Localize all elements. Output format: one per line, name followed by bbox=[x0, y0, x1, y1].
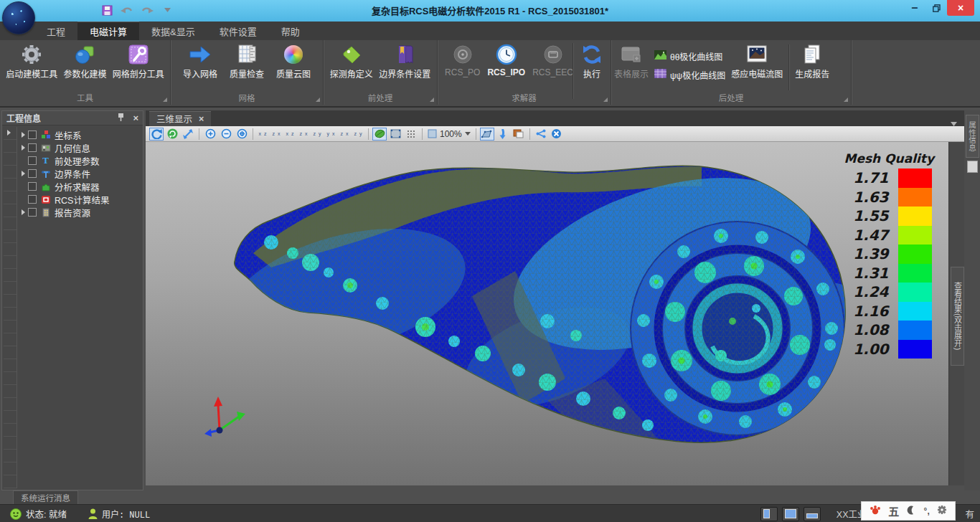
undo-icon[interactable] bbox=[119, 3, 135, 17]
pin-icon[interactable] bbox=[118, 113, 124, 123]
psi-curve-button[interactable]: ψψ极化曲线图 bbox=[654, 67, 725, 82]
maximize-button[interactable] bbox=[927, 0, 946, 16]
checkbox[interactable] bbox=[28, 156, 37, 165]
zoom-out-icon[interactable] bbox=[219, 128, 233, 141]
view-yz-icon[interactable]: y x bbox=[325, 128, 337, 140]
share-icon[interactable] bbox=[534, 128, 548, 141]
quality-check-button[interactable]: 质量检查 bbox=[230, 42, 264, 80]
points-mode-icon[interactable] bbox=[404, 128, 418, 141]
scrollbar-thumb[interactable] bbox=[967, 161, 978, 173]
select-faces-icon[interactable] bbox=[480, 128, 494, 141]
checkbox[interactable] bbox=[28, 169, 37, 178]
view-iso1-icon[interactable]: z x bbox=[339, 128, 351, 140]
ribbon-group-label: 工具 bbox=[0, 92, 170, 103]
view-results-tab[interactable]: 查看结果(双击展开) bbox=[951, 267, 964, 366]
layout-left-icon[interactable] bbox=[760, 507, 778, 521]
app-logo[interactable] bbox=[2, 1, 35, 34]
tree-item-rcs-results[interactable]: RCS计算结果 bbox=[18, 193, 143, 206]
solver-disabled-icon bbox=[542, 43, 565, 66]
probe-angle-button[interactable]: 探测角定义 bbox=[330, 42, 373, 80]
layout-bottom-icon[interactable] bbox=[804, 507, 821, 521]
tree-item-preprocess-params[interactable]: T 前处理参数 bbox=[18, 154, 143, 167]
close-button[interactable]: × bbox=[947, 0, 974, 16]
redo-icon[interactable] bbox=[139, 3, 155, 17]
panel-close-icon[interactable]: × bbox=[133, 113, 138, 123]
theta-curve-button[interactable]: θθ极化曲线图 bbox=[654, 48, 725, 64]
layout-full-icon[interactable] bbox=[782, 507, 799, 521]
view-zy-icon[interactable]: z y bbox=[311, 128, 324, 140]
mesh-partition-button[interactable]: 网格剖分工具 bbox=[113, 42, 164, 80]
boundary-settings-button[interactable]: 边界条件设置 bbox=[379, 42, 430, 80]
building-icon bbox=[40, 207, 51, 217]
rcs-result-icon bbox=[40, 194, 51, 204]
tree-item-boundary-conditions[interactable]: 边界条件 bbox=[18, 167, 143, 180]
induced-current-button[interactable]: 感应电磁流图 bbox=[731, 42, 783, 80]
launch-modeling-button[interactable]: 启动建模工具 bbox=[6, 42, 57, 80]
view-yx-icon[interactable]: z x bbox=[270, 128, 283, 140]
group-expand-icon[interactable] bbox=[603, 98, 608, 102]
import-mesh-button[interactable]: 导入网格 bbox=[183, 42, 217, 80]
menu-tab-em-compute[interactable]: 电磁计算 bbox=[77, 22, 139, 40]
tab-close-icon[interactable]: × bbox=[199, 114, 204, 124]
zoom-fit-icon[interactable] bbox=[235, 128, 249, 141]
rcs-po-button[interactable]: RCS_PO bbox=[445, 42, 480, 77]
legend-band bbox=[898, 207, 932, 226]
save-icon[interactable] bbox=[99, 3, 115, 17]
system-messages-tab[interactable]: 系统运行消息 bbox=[13, 490, 78, 504]
menu-tab-data-display[interactable]: 数据&显示 bbox=[139, 22, 207, 40]
zoom-level-select[interactable]: 100% bbox=[425, 129, 473, 139]
copy-view-icon[interactable] bbox=[512, 128, 526, 141]
group-expand-icon[interactable] bbox=[844, 98, 848, 102]
properties-panel-tab[interactable]: 属性信息 bbox=[966, 115, 979, 158]
ime-punctuation-icon[interactable]: °, bbox=[924, 506, 930, 516]
rcs-eec-button[interactable]: RCS_EEC bbox=[532, 42, 573, 77]
menu-tab-help[interactable]: 帮助 bbox=[269, 22, 312, 40]
execute-button[interactable]: 执行 bbox=[580, 42, 603, 80]
ime-logo-paw-icon[interactable] bbox=[870, 504, 881, 518]
table-view-button[interactable]: 表格展示 bbox=[614, 42, 649, 80]
group-expand-icon[interactable] bbox=[430, 98, 434, 102]
quality-cloud-button[interactable]: 质量云图 bbox=[276, 42, 311, 80]
3d-viewport-canvas[interactable]: Mesh Quality 1.71 1.63 1.55 1.47 1.39 1.… bbox=[146, 142, 948, 485]
geometry-icon bbox=[40, 143, 51, 153]
view-xy-icon[interactable]: x z bbox=[257, 128, 269, 140]
tab-3d-display[interactable]: 三维显示 × bbox=[149, 111, 211, 126]
checkbox[interactable] bbox=[28, 130, 37, 139]
zoom-in-icon[interactable] bbox=[203, 128, 217, 141]
ime-fullhalf-moon-icon[interactable] bbox=[907, 505, 916, 518]
tree-item-analysis-solver[interactable]: 分析求解器 bbox=[18, 180, 143, 193]
rotate-view-icon[interactable] bbox=[149, 128, 164, 141]
ribbon-group-label: 网格 bbox=[171, 92, 323, 103]
orbit-icon[interactable] bbox=[165, 128, 179, 141]
menu-tab-settings[interactable]: 软件设置 bbox=[207, 22, 269, 40]
right-dock-strip: 属性信息 bbox=[964, 110, 980, 490]
tree-item-coordinate-system[interactable]: 坐标系 bbox=[18, 128, 143, 141]
menu-tab-project[interactable]: 工程 bbox=[34, 22, 77, 40]
ime-settings-gear-icon[interactable] bbox=[937, 505, 947, 518]
surface-mode-icon[interactable] bbox=[388, 128, 402, 141]
checkbox[interactable] bbox=[28, 143, 37, 152]
ime-wubi-mode[interactable]: 五 bbox=[888, 503, 899, 518]
checkbox[interactable] bbox=[28, 208, 37, 217]
view-zx-icon[interactable]: z x bbox=[298, 128, 310, 140]
pan-icon[interactable] bbox=[181, 128, 195, 141]
shaded-mode-icon[interactable] bbox=[372, 128, 387, 141]
menu-bar: 工程 电磁计算 数据&显示 软件设置 帮助 ? bbox=[0, 22, 980, 40]
grid-chart-icon bbox=[654, 69, 666, 80]
cancel-icon[interactable] bbox=[550, 128, 564, 141]
rcs-ipo-button[interactable]: RCS_IPO bbox=[487, 42, 525, 77]
tree-item-geometry-info[interactable]: 几何信息 bbox=[18, 141, 143, 154]
drop-arrow-icon[interactable] bbox=[496, 128, 510, 141]
view-xz-icon[interactable]: x z bbox=[284, 128, 296, 140]
group-expand-icon[interactable] bbox=[163, 98, 167, 102]
checkbox[interactable] bbox=[28, 182, 37, 191]
view-iso2-icon[interactable]: z y bbox=[352, 128, 364, 140]
checkbox[interactable] bbox=[28, 195, 37, 204]
viewport-tab-bar: 三维显示 × bbox=[146, 110, 964, 126]
quick-access-dropdown-icon[interactable] bbox=[159, 3, 175, 17]
tree-item-report-resources[interactable]: 报告资源 bbox=[18, 206, 143, 219]
minimize-button[interactable]: – bbox=[905, 0, 924, 16]
group-expand-icon[interactable] bbox=[316, 98, 320, 102]
parametric-modeling-button[interactable]: 参数化建模 bbox=[63, 42, 106, 80]
generate-report-button[interactable]: 生成报告 bbox=[795, 42, 829, 80]
